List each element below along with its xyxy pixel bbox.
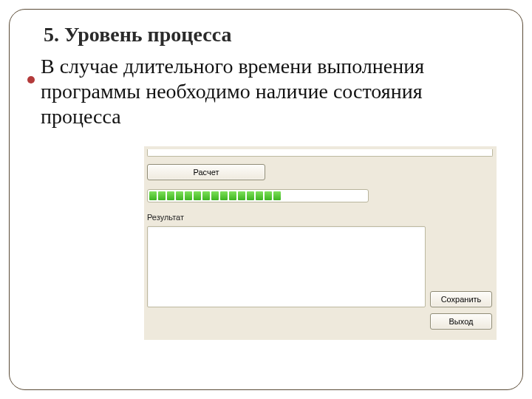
progress-segment xyxy=(194,191,201,200)
progress-segment xyxy=(185,191,192,200)
progress-segment xyxy=(220,191,228,200)
progress-segment xyxy=(273,191,281,200)
progress-segment xyxy=(229,191,236,200)
progress-segment xyxy=(158,191,166,200)
progress-segment xyxy=(265,191,272,200)
slide-title: 5. Уровень процесса xyxy=(44,23,505,47)
progress-segment xyxy=(247,191,254,200)
exit-button[interactable]: Выход xyxy=(430,313,492,330)
save-button[interactable]: Сохранить xyxy=(430,291,492,307)
result-label: Результат xyxy=(147,213,184,222)
progress-segment xyxy=(256,191,263,200)
progress-segment xyxy=(176,191,183,200)
progress-bar xyxy=(147,189,369,202)
progress-segment xyxy=(202,191,210,200)
progress-segment xyxy=(238,191,245,200)
progress-segment xyxy=(167,191,174,200)
bullet-text: В случае длительного времени выполнения … xyxy=(41,54,505,129)
bullet-item: В случае длительного времени выполнения … xyxy=(27,54,505,129)
app-panel: Расчет Результат Сохранить Выход xyxy=(144,146,497,340)
text-field-cut[interactable] xyxy=(147,149,493,157)
calculate-button[interactable]: Расчет xyxy=(147,164,265,180)
progress-segment xyxy=(211,191,219,200)
bullet-icon xyxy=(27,76,35,83)
progress-segment xyxy=(149,191,157,200)
result-textarea[interactable] xyxy=(147,226,426,307)
